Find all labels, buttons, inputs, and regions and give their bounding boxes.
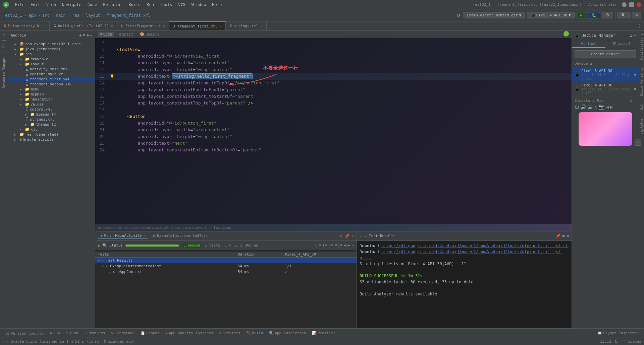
- tab-problems[interactable]: ⚠ Problems: [82, 330, 108, 336]
- tab-close-ffxml[interactable]: ×: [219, 24, 221, 28]
- menu-navigate[interactable]: Navigate: [59, 2, 84, 8]
- next-test-btn[interactable]: ▶: [348, 243, 350, 248]
- tree-item-themes[interactable]: ▶ 📁 themes (2): [8, 122, 95, 127]
- run-tab-close2[interactable]: ×: [209, 234, 211, 237]
- filter-x-btn[interactable]: ⊗: [319, 243, 321, 248]
- menu-build[interactable]: Build: [126, 2, 143, 8]
- tree-item-res-gen[interactable]: ▶ 📁 res (generated): [8, 132, 95, 137]
- sort-asc-btn[interactable]: ↑≡: [322, 243, 327, 248]
- run-tab-close[interactable]: ×: [143, 234, 145, 237]
- sidebar-filter-btn[interactable]: ⚙: [87, 33, 89, 38]
- menu-file[interactable]: File: [12, 2, 27, 8]
- settings-button[interactable]: ⚙: [632, 12, 641, 18]
- run-filter-btn[interactable]: 🔍: [102, 243, 107, 248]
- tree-item-drawable[interactable]: ▶ 📁 drawable: [8, 57, 95, 62]
- tab-close-strings[interactable]: ×: [260, 24, 262, 28]
- emu-forward-btn[interactable]: ▶: [610, 104, 613, 110]
- tree-item-activity-main[interactable]: 🗄 activity_main.xml: [8, 67, 95, 72]
- tree-item-values[interactable]: ▼ 📁 values: [8, 102, 95, 107]
- test-row-useapp[interactable]: ✓ useAppContext 54 ms ✓: [95, 269, 357, 275]
- zoom-in-btn[interactable]: ⊕: [340, 243, 342, 248]
- run-tab-main[interactable]: ▶ Run: MainActivity ×: [98, 233, 148, 239]
- tree-item-dimens[interactable]: ▶ 📁 dimens (4): [8, 112, 95, 117]
- device-item-pixel3[interactable]: 📱 Pixel 3 API 30 Android 11.0 Google Pla…: [572, 67, 639, 82]
- tree-item-content-main[interactable]: 🗄 content_main.xml: [8, 72, 95, 77]
- breadcrumb-app[interactable]: app: [29, 13, 36, 18]
- tab-mainactivity[interactable]: K MainActivity.kt ×: [0, 21, 50, 30]
- search-button[interactable]: 🔍: [618, 12, 630, 18]
- resource-manager-stripe[interactable]: Resource Manager: [2, 56, 6, 88]
- profile-button[interactable]: ⏱: [602, 12, 613, 18]
- menu-edit[interactable]: Edit: [28, 2, 43, 8]
- breadcrumb-file[interactable]: fragment_first.xml: [107, 13, 151, 18]
- tree-item-com[interactable]: ▶ 📦 com.example.test02_1 (tes: [8, 42, 95, 47]
- tree-item-res[interactable]: ▼ 📁 res: [8, 52, 95, 57]
- dm-settings-btn[interactable]: ⚙: [630, 33, 632, 38]
- breadcrumb-res[interactable]: res: [72, 13, 79, 18]
- menu-vcs[interactable]: VCS: [175, 2, 188, 8]
- run-close-btn[interactable]: ×: [352, 234, 354, 238]
- device-item-pixel4[interactable]: 📱 Pixel 4 API 30 Android 11.0 Google Pla…: [572, 82, 639, 96]
- tab-close-ff[interactable]: ×: [163, 24, 165, 28]
- breadcrumb-main[interactable]: main: [56, 13, 66, 18]
- tab-logcat[interactable]: 📋 Logcat: [138, 330, 162, 336]
- menu-view[interactable]: View: [44, 2, 59, 8]
- tab-close-gradle[interactable]: ×: [111, 24, 113, 28]
- emu-settings-btn[interactable]: ⚙: [630, 98, 633, 103]
- tab-physical[interactable]: Physical: [605, 40, 639, 48]
- run-play-btn[interactable]: ▶: [98, 243, 100, 248]
- build-pin-btn[interactable]: 📌: [556, 234, 560, 238]
- tree-item-colors[interactable]: 🗄 colors.xml: [8, 107, 95, 112]
- emu-rotate-btn[interactable]: ↻: [595, 104, 597, 110]
- build-output[interactable]: Download https://dl.google.com/dl/androi…: [357, 241, 572, 328]
- tab-close-main[interactable]: ×: [43, 24, 45, 28]
- bulb-icon[interactable]: 💡: [110, 73, 114, 80]
- menu-refactor[interactable]: Refactor: [100, 2, 125, 8]
- tab-version-control[interactable]: ⎇ Version Control: [3, 330, 47, 336]
- tab-build[interactable]: 🔨 Build: [244, 330, 266, 336]
- build-expand-btn[interactable]: ⊞: [562, 234, 565, 238]
- tab-services[interactable]: ⚙ Services: [217, 330, 243, 336]
- run-pin-btn[interactable]: 📌: [344, 234, 350, 238]
- project-stripe[interactable]: Project: [2, 33, 6, 48]
- tree-item-layout[interactable]: ▼ 📁 layout: [8, 62, 95, 67]
- tree-item-xml[interactable]: ▶ 📁 xml: [8, 127, 95, 132]
- minimize-btn[interactable]: [622, 2, 627, 7]
- tab-terminal[interactable]: >_ Terminal: [109, 330, 137, 336]
- tree-item-fragment-second[interactable]: 🗄 fragment_second.xml: [8, 82, 95, 87]
- menu-help[interactable]: Help: [209, 2, 224, 8]
- menu-tools[interactable]: Tools: [157, 2, 175, 8]
- expand-all-btn[interactable]: ⊞: [335, 243, 337, 248]
- tab-layout-inspector[interactable]: 🔲 Layout Inspector: [595, 330, 641, 336]
- tab-firstfragment[interactable]: K FirstFragment.kt ×: [117, 21, 169, 30]
- emu-audio-btn[interactable]: 🔊: [581, 104, 586, 110]
- breadcrumb-layout[interactable]: layout: [86, 13, 100, 18]
- tab-app-inspection[interactable]: 🔍 App Inspection: [266, 330, 309, 336]
- debug-button[interactable]: 🐛: [588, 12, 600, 18]
- run-button[interactable]: ▶: [577, 12, 586, 18]
- code-editor[interactable]: 8 9 <TextView 10: [95, 38, 572, 224]
- menu-window[interactable]: Window: [189, 2, 209, 8]
- tab-run[interactable]: ▶ Run: [47, 330, 63, 336]
- emu-vol-down-btn[interactable]: 🔉: [588, 104, 593, 110]
- emu-back-btn[interactable]: ◀: [606, 104, 608, 110]
- tab-virtual[interactable]: Virtual: [572, 40, 605, 48]
- tab-app-quality[interactable]: ✦ App Quality Insights: [163, 330, 216, 336]
- tree-item-navigation[interactable]: ▶ 📁 navigation: [8, 97, 95, 102]
- tab-fragment-first-xml[interactable]: X fragment_first.xml ×: [169, 21, 226, 30]
- build-close-btn[interactable]: ×: [567, 234, 569, 238]
- build-link1[interactable]: https://dl.google.com/dl/android/maven2/…: [381, 244, 568, 248]
- git-stripe[interactable]: Git: [640, 104, 643, 110]
- tab-todo[interactable]: ☑ TODO: [63, 330, 81, 336]
- view-tab-split[interactable]: ⊞ Split: [117, 32, 135, 37]
- expand-preview-btn[interactable]: +: [635, 139, 641, 146]
- test-row-example[interactable]: ▼ ✓ ExampleInstrumentedTest 54 ms 1/1: [95, 263, 357, 269]
- breadcrumb-src[interactable]: src: [42, 13, 50, 18]
- view-tab-design[interactable]: 🎨 Design: [138, 32, 161, 37]
- tab-bar-overflow[interactable]: ⋮: [635, 21, 644, 30]
- tree-item-menu[interactable]: ▶ 📁 menu: [8, 87, 95, 92]
- view-tab-code[interactable]: ≡ Code: [98, 32, 114, 37]
- tree-item-strings[interactable]: 🗄 strings.xml: [8, 117, 95, 122]
- maximize-btn[interactable]: [629, 2, 634, 7]
- notifications-stripe[interactable]: Notifications: [640, 33, 643, 60]
